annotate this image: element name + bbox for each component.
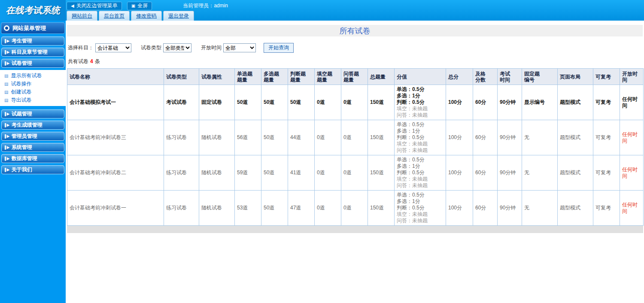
- cell-single: 50道: [235, 85, 261, 120]
- fullscreen-icon: ▣: [131, 4, 135, 8]
- sidebar: 网站菜单管理 ▌▶考生管理▌▶科目及章节管理▌▶试卷管理▤显示所有试卷▤试卷操作…: [0, 21, 66, 303]
- submenu-item[interactable]: ▤导出试卷: [0, 96, 66, 104]
- topbar-tab[interactable]: 网站前台: [67, 11, 97, 21]
- papers-table: 试卷名称试卷类型试卷属性单选题 题量多选题 题量判断题 题量填空题 题量问答题 …: [67, 68, 644, 226]
- cell-multi: 50道: [261, 155, 288, 191]
- sidebar-item[interactable]: ▌▶试卷管理: [1, 59, 64, 68]
- query-button[interactable]: 开始查询: [264, 43, 294, 53]
- column-header: 总分: [446, 69, 473, 85]
- topbar-right: ◀ 关闭左边管理菜单 ▣ 全屏 当前管理员：admin 网站前台后台首页修改密码…: [66, 0, 644, 21]
- cell-type: 考试试卷: [164, 85, 199, 120]
- column-header: 固定题 编号: [522, 69, 558, 85]
- table-row: 会计基础考前冲刺试卷二练习试卷随机试卷59道50道41道0道0道150道单选：0…: [67, 155, 644, 191]
- sidebar-item[interactable]: ▌▶系统管理: [1, 143, 64, 152]
- list-square-icon: ▤: [4, 82, 8, 86]
- submenu-item[interactable]: ▤创建试卷: [0, 88, 66, 96]
- cell-total_score: 100分: [446, 85, 473, 120]
- cell-open_time: 任何时间: [620, 120, 644, 155]
- type-select[interactable]: 全部类型: [163, 43, 191, 52]
- cell-pass_score: 60分: [473, 191, 498, 226]
- menu-arrow-icon: ▌▶: [5, 168, 9, 172]
- cell-total_score: 100分: [446, 155, 473, 191]
- column-header: 页面布局: [558, 69, 593, 85]
- sidebar-item-label: 考生管理: [12, 37, 32, 45]
- cell-judge: 41道: [288, 155, 315, 191]
- cell-fixed_no: 无: [522, 155, 558, 191]
- subject-filter-group: 选择科目： 会计基础: [68, 43, 131, 52]
- cell-total_score: 100分: [446, 120, 473, 155]
- cell-attr: 随机试卷: [199, 155, 235, 191]
- fullscreen-label: 全屏: [137, 2, 148, 9]
- result-summary: 共有试卷4条: [68, 58, 643, 65]
- topbar-tab[interactable]: 退出登录: [163, 11, 194, 21]
- column-header: 试卷名称: [67, 69, 164, 85]
- result-count: 4: [88, 58, 95, 64]
- cell-qa: 0道: [341, 155, 368, 191]
- cell-open_time: 任何时间: [620, 155, 644, 191]
- cell-type: 练习试卷: [164, 120, 199, 155]
- sidebar-item-label: 试卷管理: [12, 60, 32, 67]
- summary-prefix: 共有试卷: [68, 58, 88, 64]
- cell-judge: 44道: [288, 120, 315, 155]
- cell-multi: 50道: [261, 85, 288, 120]
- cell-scores: 单选：0.5分多选：1分判断：0.5分填空：未抽题问答：未抽题: [395, 191, 446, 226]
- subject-label: 选择科目：: [68, 44, 94, 52]
- fullscreen-button[interactable]: ▣ 全屏: [127, 2, 152, 10]
- time-filter-group: 开放时间 全部: [201, 43, 256, 52]
- cell-fixed_no: 无: [522, 191, 558, 226]
- sidebar-item[interactable]: ▌▶考生成绩管理: [1, 121, 64, 130]
- submenu-item-label: 导出试卷: [11, 97, 31, 104]
- list-square-icon: ▤: [4, 90, 8, 94]
- topbar-tab[interactable]: 修改密码: [131, 11, 162, 21]
- column-header: 试卷属性: [199, 69, 235, 85]
- sidebar-item-label: 关于我们: [12, 166, 32, 173]
- menu-arrow-icon: ▌▶: [5, 62, 9, 65]
- submenu-item[interactable]: ▤试卷操作: [0, 80, 66, 88]
- topbar-tabs: 网站前台后台首页修改密码退出登录: [66, 12, 644, 21]
- cell-layout: 题型模式: [558, 120, 593, 155]
- summary-suffix: 条: [95, 58, 100, 64]
- menu-arrow-icon: ▌▶: [5, 112, 9, 116]
- cell-fill: 0道: [315, 120, 341, 155]
- cell-total: 150道: [368, 155, 395, 191]
- column-header: 及格 分数: [473, 69, 498, 85]
- cell-qa: 0道: [341, 85, 368, 120]
- cell-type: 练习试卷: [164, 191, 199, 226]
- submenu-item-label: 试卷操作: [11, 80, 31, 88]
- cell-layout: 题型模式: [558, 155, 593, 191]
- subject-select[interactable]: 会计基础: [95, 43, 131, 52]
- cell-single: 53道: [235, 191, 261, 226]
- cell-scores: 单选：0.5分多选：1分判断：0.5分填空：未抽题问答：未抽题: [395, 85, 446, 120]
- left-arrow-icon: ◀: [71, 4, 74, 8]
- cell-open_time: 任何时间: [620, 191, 644, 226]
- sidebar-item[interactable]: ▌▶科目及章节管理: [1, 48, 64, 57]
- cell-name: 会计基础考前冲刺试卷三: [67, 120, 164, 155]
- menu-arrow-icon: ▌▶: [5, 124, 9, 127]
- cell-pass_score: 60分: [473, 155, 498, 191]
- sidebar-item[interactable]: ▌▶关于我们: [1, 165, 64, 174]
- table-row: 会计基础考前冲刺试卷一练习试卷随机试卷53道50道47道0道0道150道单选：0…: [67, 191, 644, 226]
- column-header: 多选题 题量: [261, 69, 288, 85]
- cell-single: 59道: [235, 155, 261, 191]
- sidebar-item[interactable]: ▌▶考生管理: [1, 36, 64, 45]
- topbar: 在线考试系统 ◀ 关闭左边管理菜单 ▣ 全屏 当前管理员：admin 网站前台后…: [0, 0, 644, 21]
- sidebar-item[interactable]: ▌▶管理员管理: [1, 132, 64, 141]
- column-header: 开放时间: [620, 69, 644, 85]
- cell-qa: 0道: [341, 120, 368, 155]
- sidebar-item[interactable]: ▌▶数据库管理: [1, 154, 64, 163]
- page-layout: 网站菜单管理 ▌▶考生管理▌▶科目及章节管理▌▶试卷管理▤显示所有试卷▤试卷操作…: [0, 21, 644, 303]
- close-left-menu-button[interactable]: ◀ 关闭左边管理菜单: [67, 2, 122, 10]
- cell-name: 会计基础考前冲刺试卷二: [67, 155, 164, 191]
- submenu-item-label: 显示所有试卷: [11, 72, 42, 79]
- time-select[interactable]: 全部: [223, 43, 256, 52]
- cell-fixed_no: 显示编号: [522, 85, 558, 120]
- topbar-tab[interactable]: 后台首页: [99, 11, 130, 21]
- circle-icon: [4, 25, 9, 31]
- cell-retake: 可复考: [593, 85, 620, 120]
- sidebar-item[interactable]: ▌▶试题管理: [1, 109, 64, 118]
- cell-pass_score: 60分: [473, 85, 498, 120]
- submenu-item[interactable]: ▤显示所有试卷: [0, 72, 66, 80]
- column-header: 问答题 题量: [341, 69, 368, 85]
- app-logo: 在线考试系统: [0, 0, 66, 21]
- column-header: 单选题 题量: [235, 69, 261, 85]
